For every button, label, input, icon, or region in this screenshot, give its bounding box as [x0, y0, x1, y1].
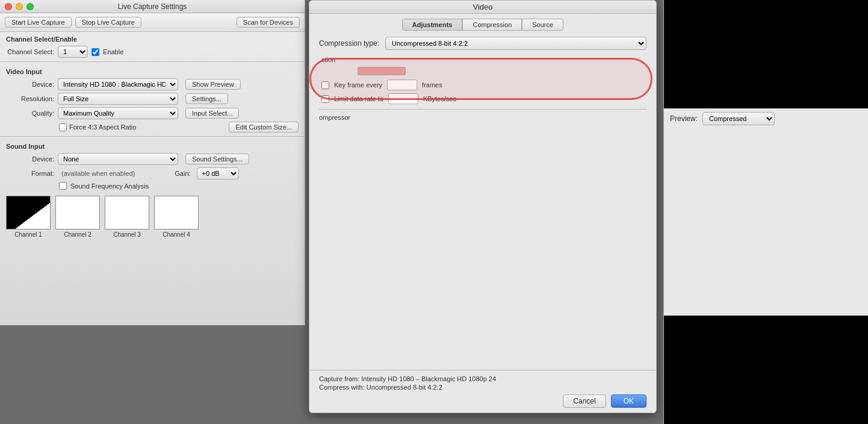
minimize-button[interactable] — [16, 3, 23, 10]
motion-title: ction — [321, 56, 335, 63]
channel-select-label: Channel Select: — [6, 48, 54, 55]
tab-compression[interactable]: Compression — [462, 19, 522, 31]
quality-label: Quality: — [6, 110, 54, 117]
video-input-section-header: Video Input — [0, 64, 305, 77]
quality-select[interactable]: Maximum Quality — [58, 107, 178, 119]
channel-2-label: Channel 2 — [64, 231, 91, 238]
resolution-select[interactable]: Full Size — [58, 93, 178, 105]
compressor-label: ompressor — [319, 114, 350, 121]
toolbar: Start Live Capture Stop Live Capture Sca… — [0, 13, 305, 32]
edit-custom-size-button[interactable]: Edit Custom Size... — [229, 122, 299, 132]
left-panel: Live Capture Settings Start Live Capture… — [0, 0, 305, 325]
keyframe-checkbox[interactable] — [321, 81, 329, 89]
keyframe-row: Key frame every frames — [319, 80, 646, 90]
freq-analysis-row: Sound Frequency Analysis — [0, 181, 305, 191]
scan-for-devices-button[interactable]: Scan for Devices — [237, 17, 300, 28]
device-label: Device: — [6, 81, 54, 88]
preview-label-row: Preview: Compressed Uncompressed — [664, 108, 868, 129]
motion-title-row: ction — [319, 56, 646, 63]
gain-label: Gain: — [175, 170, 190, 177]
right-panel-middle: Preview: Compressed Uncompressed — [664, 108, 868, 316]
ok-button[interactable]: OK — [611, 394, 646, 408]
enable-checkbox[interactable] — [91, 48, 99, 56]
input-select-button[interactable]: Input Select... — [185, 108, 239, 119]
force-ar-label: Force 4:3 Aspect Ratio — [69, 123, 136, 131]
channel-4-preview — [154, 196, 199, 229]
device-row: Device: Intensity HD 1080 : Blackmagic H… — [0, 77, 305, 92]
show-preview-button[interactable]: Show Preview — [185, 79, 241, 90]
dialog-content: Compression type: Uncompressed 8-bit 4:2… — [309, 31, 656, 357]
quality-slider-row — [319, 66, 646, 76]
footer-buttons: Cancel OK — [319, 394, 646, 408]
sound-device-label: Device: — [6, 155, 54, 163]
freq-analysis-checkbox[interactable] — [59, 182, 67, 190]
left-panel-title: Live Capture Settings — [118, 2, 187, 11]
channel-select-section-header: Channel Select/Enable — [0, 32, 305, 45]
preview-label: Preview: — [670, 114, 698, 123]
channel-1-preview — [6, 196, 51, 229]
freq-analysis-label: Sound Frequency Analysis — [70, 182, 149, 190]
quality-row: Quality: Maximum Quality Input Select... — [0, 106, 305, 120]
settings-button[interactable]: Settings... — [185, 93, 228, 104]
sound-format-label: Format: — [6, 170, 54, 177]
enable-label: Enable — [103, 48, 123, 55]
sound-input-section-header: Sound Input — [0, 139, 305, 152]
channel-2-preview — [55, 196, 100, 229]
tab-source[interactable]: Source — [522, 19, 563, 31]
channel-1-thumb: Channel 1 — [6, 196, 51, 238]
compressor-area — [319, 122, 646, 351]
dialog-tabs: Adjustments Compression Source — [309, 14, 656, 31]
resolution-label: Resolution: — [6, 95, 54, 102]
channel-select-row: Channel Select: 1 2 3 4 Enable — [0, 45, 305, 59]
limit-data-row: Limit data rate to KBytes/sec — [319, 93, 646, 104]
force-ar-checkbox[interactable] — [59, 123, 67, 131]
dialog-footer: Capture from: Intensity HD 1080 – Blackm… — [309, 370, 656, 413]
channel-select-dropdown[interactable]: 1 2 3 4 — [58, 46, 88, 58]
force-ar-row: Force 4:3 Aspect Ratio Edit Custom Size.… — [0, 120, 305, 134]
limit-data-unit: KBytes/sec — [423, 95, 456, 102]
channel-thumbnails: Channel 1 Channel 2 Channel 3 Channel 4 — [0, 191, 305, 243]
close-button[interactable] — [5, 3, 12, 10]
preview-bottom-black — [664, 316, 868, 424]
channel-1-label: Channel 1 — [14, 231, 42, 238]
limit-data-input[interactable] — [388, 93, 418, 104]
sound-format-row: Format: (available when enabled) Gain: +… — [0, 166, 305, 181]
dialog-inner: Compression type: Uncompressed 8-bit 4:2… — [309, 31, 656, 357]
compression-type-select[interactable]: Uncompressed 8-bit 4:2:2 — [385, 37, 646, 50]
divider-1 — [0, 61, 305, 62]
keyframe-unit: frames — [422, 81, 442, 89]
channel-3-thumb: Channel 3 — [105, 196, 149, 238]
channel-4-thumb: Channel 4 — [154, 196, 199, 238]
channel-3-label: Channel 3 — [113, 231, 141, 238]
tab-adjustments[interactable]: Adjustments — [402, 19, 463, 31]
preview-select[interactable]: Compressed Uncompressed — [702, 112, 775, 125]
keyframe-input[interactable] — [387, 80, 417, 90]
channel-4-label: Channel 4 — [163, 231, 190, 238]
maximize-button[interactable] — [26, 3, 34, 10]
compression-type-row: Compression type: Uncompressed 8-bit 4:2… — [319, 37, 646, 50]
sound-device-select[interactable]: None — [58, 153, 178, 165]
preview-top-black — [664, 0, 868, 108]
traffic-lights — [5, 3, 34, 10]
gain-select[interactable]: +0 dB — [197, 167, 239, 179]
device-select[interactable]: Intensity HD 1080 : Blackmagic HD 1080..… — [58, 78, 178, 90]
quality-slider[interactable] — [358, 67, 406, 75]
dialog-titlebar: Video — [309, 1, 656, 14]
channel-3-preview — [105, 196, 149, 229]
sound-format-value: (available when enabled) — [61, 170, 135, 177]
resolution-row: Resolution: Full Size Settings... — [0, 92, 305, 106]
video-dialog: Video Adjustments Compression Source Com… — [309, 0, 657, 413]
start-live-capture-button[interactable]: Start Live Capture — [5, 17, 72, 28]
footer-capture-from: Capture from: Intensity HD 1080 – Blackm… — [319, 375, 646, 382]
motion-section: ction Key frame every frames Limit data … — [319, 56, 646, 104]
channel-2-thumb: Channel 2 — [55, 196, 100, 238]
sound-settings-button[interactable]: Sound Settings... — [185, 154, 249, 164]
sound-device-row: Device: None Sound Settings... — [0, 152, 305, 166]
limit-data-label: Limit data rate to — [334, 95, 383, 102]
divider-2 — [0, 136, 305, 137]
cancel-button[interactable]: Cancel — [563, 394, 606, 408]
limit-data-checkbox[interactable] — [321, 95, 329, 103]
dialog-title: Video — [473, 2, 492, 11]
stop-live-capture-button[interactable]: Stop Live Capture — [75, 17, 141, 28]
compressor-section: ompressor — [319, 109, 646, 351]
